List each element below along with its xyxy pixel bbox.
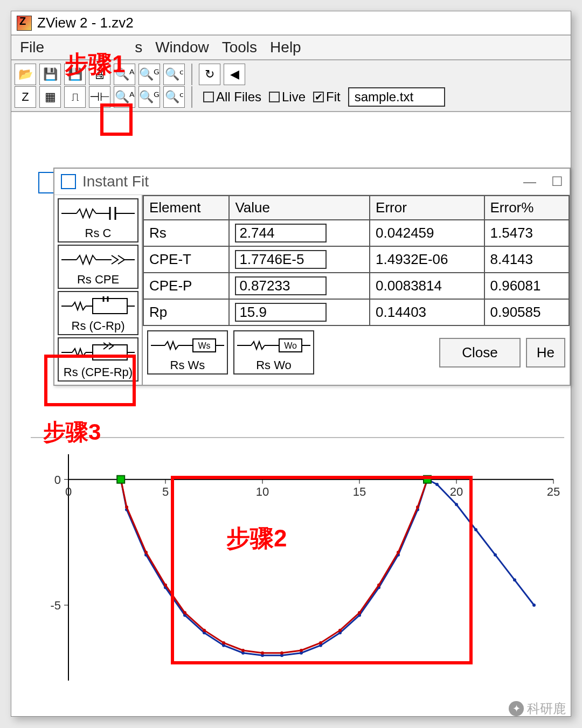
col-value: Value (229, 196, 370, 220)
toolbar-sep2 (191, 86, 192, 108)
fit-table: Element Value Error Error% Rs 2.744 0.04… (143, 195, 570, 326)
svg-point-69 (532, 604, 536, 607)
svg-text:0: 0 (54, 473, 61, 487)
window-title: ZView 2 - 1.zv2 (37, 15, 134, 31)
maximize-icon[interactable]: ☐ (551, 174, 563, 189)
circuit-list: Rs C Rs CPE Rs (C-Rp) Rs (CPE-Rp) (54, 195, 143, 385)
svg-point-72 (144, 551, 148, 554)
svg-point-67 (494, 553, 497, 557)
svg-text:20: 20 (450, 485, 463, 498)
svg-point-71 (125, 505, 128, 509)
circuit-icon[interactable]: ⎍ (64, 86, 86, 108)
circuit-rs-ws[interactable]: Ws Rs Ws (147, 330, 228, 375)
allfiles-checkbox[interactable]: All Files (203, 89, 261, 105)
svg-point-74 (183, 611, 186, 614)
svg-point-68 (513, 578, 516, 581)
fit-table-area: Element Value Error Error% Rs 2.744 0.04… (143, 195, 570, 385)
close-button[interactable]: Close (439, 338, 520, 368)
table-row: CPE-P 0.87233 0.0083814 0.96081 (143, 273, 569, 299)
svg-text:Ws: Ws (198, 341, 210, 350)
col-errorpct: Error% (484, 196, 570, 220)
svg-text:Wo: Wo (284, 341, 297, 350)
toolbar-sep (191, 64, 192, 85)
value-input[interactable]: 2.744 (235, 224, 327, 242)
svg-point-75 (203, 629, 206, 632)
col-element: Element (143, 196, 229, 220)
circuit-rs-cpe-rp[interactable]: Rs (CPE-Rp) (58, 337, 138, 382)
svg-point-64 (435, 483, 439, 486)
svg-text:5: 5 (162, 485, 169, 498)
table-row: Rp 15.9 0.14403 0.90585 (143, 299, 569, 325)
wechat-icon: ✦ (509, 701, 524, 716)
instant-fit-titlebar: Instant Fit — ☐ (54, 169, 570, 195)
zfile-icon[interactable]: Z (15, 86, 36, 108)
svg-text:-5: -5 (50, 599, 61, 612)
svg-point-77 (241, 649, 245, 652)
svg-rect-89 (424, 476, 431, 483)
col-error: Error (370, 196, 484, 220)
watermark: ✦ 科研鹿 (509, 700, 566, 717)
fit-checkbox[interactable]: ✔Fit (313, 89, 341, 105)
svg-point-86 (416, 505, 419, 509)
app-icon (17, 16, 32, 31)
circuit-rs-c-rp[interactable]: Rs (C-Rp) (58, 291, 138, 335)
minimize-icon[interactable]: — (523, 174, 536, 189)
save-icon[interactable]: 💾 (39, 64, 61, 85)
svg-point-83 (358, 611, 361, 614)
instant-fit-window: Instant Fit — ☐ Rs C Rs CPE Rs (C-Rp) (53, 168, 571, 386)
left-arrow-icon[interactable]: ◀ (224, 64, 245, 85)
svg-point-78 (261, 651, 264, 655)
svg-point-65 (455, 503, 458, 506)
svg-point-84 (377, 584, 380, 587)
menu-tools[interactable]: Tools (222, 39, 257, 56)
circuit-rs-c[interactable]: Rs C (58, 198, 138, 242)
menu-file[interactable]: File (20, 39, 44, 56)
svg-rect-10 (93, 299, 127, 314)
grid-icon[interactable]: ▦ (39, 86, 61, 108)
svg-rect-88 (117, 476, 124, 483)
svg-point-73 (164, 584, 167, 587)
zoom-g2-icon[interactable]: 🔍ᴳ (138, 86, 160, 108)
zoom-g-icon[interactable]: 🔍ᴳ (138, 64, 160, 85)
titlebar: ZView 2 - 1.zv2 (11, 11, 571, 34)
annotation-step3: 步骤3 (43, 417, 101, 447)
circuit-rs-cpe[interactable]: Rs CPE (58, 245, 138, 289)
menu-window[interactable]: Window (155, 39, 209, 56)
svg-point-85 (397, 551, 400, 554)
annotation-step2: 步骤2 (226, 523, 287, 554)
app-window: ZView 2 - 1.zv2 File s Window Tools Help… (11, 11, 571, 717)
svg-point-79 (280, 651, 283, 655)
menu-help[interactable]: Help (270, 39, 301, 56)
open-icon[interactable]: 📂 (15, 64, 36, 85)
svg-point-76 (222, 641, 225, 644)
nyquist-plot[interactable]: 05101520250-5 (31, 437, 564, 706)
annotation-step1: 步骤1 (65, 48, 125, 80)
cycle-icon[interactable]: ↻ (199, 64, 220, 85)
svg-point-82 (338, 629, 342, 632)
value-input[interactable]: 0.87233 (235, 276, 327, 295)
svg-rect-16 (93, 345, 127, 360)
instant-fit-title: Instant Fit (82, 173, 149, 190)
file-field[interactable]: sample.txt (348, 87, 445, 107)
table-row: Rs 2.744 0.042459 1.5473 (143, 220, 569, 246)
svg-text:25: 25 (547, 485, 560, 498)
svg-point-66 (474, 528, 477, 531)
zoom-a2-icon[interactable]: 🔍ᴬ (114, 86, 135, 108)
help-button[interactable]: He (526, 338, 565, 368)
value-input[interactable]: 1.7746E-5 (235, 250, 327, 269)
svg-text:0: 0 (65, 485, 72, 498)
menu-item[interactable]: s (135, 39, 142, 56)
circuit-rs-wo[interactable]: Wo Rs Wo (233, 330, 314, 375)
instant-fit-icon (61, 174, 76, 189)
svg-text:15: 15 (353, 485, 366, 498)
svg-point-81 (319, 641, 322, 644)
svg-text:10: 10 (256, 485, 269, 498)
live-checkbox[interactable]: Live (269, 89, 306, 105)
zoom-c-icon[interactable]: 🔍ᶜ (163, 64, 185, 85)
value-input[interactable]: 15.9 (235, 303, 327, 322)
instant-fit-icon[interactable]: ⊣⊢ (89, 86, 110, 108)
table-row: CPE-T 1.7746E-5 1.4932E-06 8.4143 (143, 246, 569, 273)
svg-point-80 (300, 649, 303, 652)
zoom-c2-icon[interactable]: 🔍ᶜ (163, 86, 185, 108)
